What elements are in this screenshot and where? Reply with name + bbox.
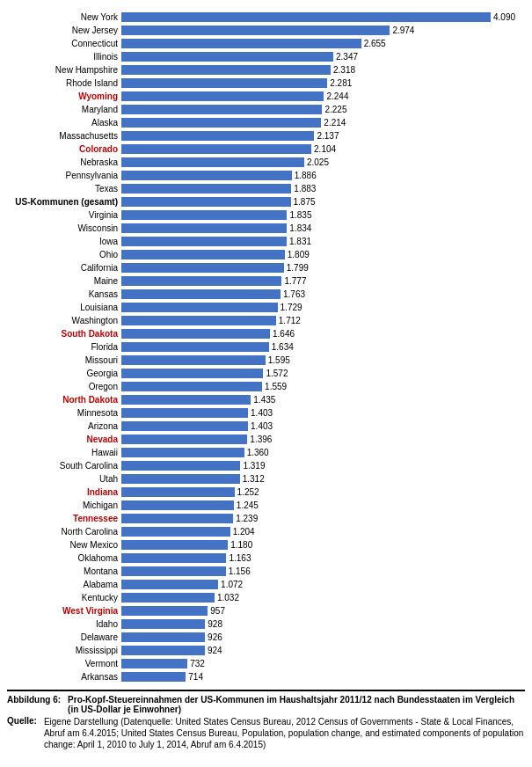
bar-row: Connecticut2.655: [7, 37, 525, 49]
bar-label: Massachusetts: [7, 131, 121, 141]
bar-fill: [121, 157, 304, 167]
bar-label: Montana: [7, 566, 121, 576]
bar-label: Wisconsin: [7, 223, 121, 233]
bar-value: 1.312: [243, 474, 265, 484]
bar-label: Arkansas: [7, 672, 121, 682]
bar-value: 1.809: [288, 250, 310, 259]
bar-value: 1.032: [217, 593, 239, 603]
bar-row: Nebraska2.025: [7, 156, 525, 168]
bar-value: 2.025: [307, 157, 329, 167]
bar-wrap: 1.834: [121, 223, 525, 233]
bar-value: 1.646: [273, 329, 295, 339]
bar-fill: [121, 619, 205, 629]
bar-value: 2.281: [330, 78, 352, 88]
bar-row: West Virginia957: [7, 604, 525, 617]
bar-fill: [121, 91, 324, 101]
bar-value: 2.244: [326, 91, 348, 101]
bar-wrap: 1.435: [121, 395, 525, 405]
bar-wrap: 2.974: [121, 26, 525, 35]
bar-fill: [121, 118, 321, 128]
bar-label: Alabama: [7, 580, 121, 589]
bar-wrap: 1.886: [121, 171, 525, 180]
bar-label: Mississippi: [7, 646, 121, 655]
bar-fill: [121, 263, 284, 273]
bar-value: 2.347: [336, 52, 358, 62]
bar-label: Colorado: [7, 144, 121, 154]
bar-fill: [121, 500, 234, 510]
bar-wrap: 1.799: [121, 263, 525, 273]
bar-label: Florida: [7, 342, 121, 352]
bar-wrap: 1.835: [121, 210, 525, 220]
bar-fill: [121, 131, 314, 141]
bar-fill: [121, 237, 287, 246]
bar-row: Mississippi924: [7, 644, 525, 656]
bar-value: 1.396: [250, 435, 272, 444]
bar-fill: [121, 606, 208, 616]
bar-wrap: 1.319: [121, 461, 525, 471]
bar-fill: [121, 448, 244, 457]
bar-fill: [121, 197, 291, 207]
bar-wrap: 1.360: [121, 448, 525, 457]
chart-title: Pro-Kopf-Steuereinnahmen der US-Kommunen…: [68, 695, 525, 714]
bar-wrap: 1.403: [121, 421, 525, 431]
bar-fill: [121, 527, 230, 537]
bar-fill: [121, 672, 186, 682]
bar-row: South Dakota1.646: [7, 327, 525, 340]
bar-fill: [121, 566, 226, 576]
bar-value: 1.156: [229, 566, 251, 576]
bar-fill: [121, 316, 276, 325]
bar-value: 1.435: [253, 395, 275, 405]
bar-fill: [121, 514, 233, 523]
bar-row: Louisiana1.729: [7, 301, 525, 313]
bar-label: Kansas: [7, 289, 121, 299]
bar-value: 1.204: [233, 527, 255, 537]
bar-wrap: 4.090: [121, 12, 525, 22]
bar-row: Vermont732: [7, 657, 525, 669]
bar-label: Vermont: [7, 659, 121, 668]
bar-value: 1.595: [268, 355, 290, 365]
bar-wrap: 1.634: [121, 342, 525, 352]
bar-fill: [121, 342, 269, 352]
bar-wrap: 1.252: [121, 487, 525, 497]
bar-fill: [121, 408, 248, 418]
bar-row: Minnesota1.403: [7, 406, 525, 419]
bar-value: 714: [188, 672, 203, 682]
bar-label: Indiana: [7, 487, 121, 497]
bar-row: Utah1.312: [7, 472, 525, 485]
bar-label: Delaware: [7, 632, 121, 642]
bar-row: Pennsylvania1.886: [7, 169, 525, 181]
bar-label: Iowa: [7, 237, 121, 246]
bar-row: Michigan1.245: [7, 499, 525, 511]
bar-value: 1.634: [272, 342, 294, 352]
bar-value: 1.163: [229, 553, 251, 563]
bar-wrap: 1.396: [121, 435, 525, 444]
bar-row: New Jersey2.974: [7, 24, 525, 36]
bar-row: New Hampshire2.318: [7, 63, 525, 76]
bar-row: Alabama1.072: [7, 578, 525, 590]
bar-label: Utah: [7, 474, 121, 484]
bar-fill: [121, 210, 287, 220]
bar-fill: [121, 12, 491, 22]
bar-fill: [121, 26, 390, 35]
bar-label: Missouri: [7, 355, 121, 365]
bar-value: 2.655: [364, 39, 386, 48]
bar-fill: [121, 659, 187, 668]
bar-wrap: 1.239: [121, 514, 525, 523]
bar-row: Georgia1.572: [7, 367, 525, 379]
bar-wrap: 1.646: [121, 329, 525, 339]
bar-row: Indiana1.252: [7, 486, 525, 498]
bar-fill: [121, 369, 263, 378]
bar-fill: [121, 461, 240, 471]
bar-row: Kentucky1.032: [7, 591, 525, 603]
bar-label: Nevada: [7, 435, 121, 444]
bar-fill: [121, 329, 270, 339]
bar-fill: [121, 276, 281, 286]
bar-fill: [121, 355, 266, 365]
bar-value: 1.729: [281, 303, 302, 312]
bar-value: 1.886: [295, 171, 317, 180]
bar-fill: [121, 171, 292, 180]
bar-fill: [121, 223, 287, 233]
bar-wrap: 924: [121, 646, 525, 655]
bar-label: Georgia: [7, 369, 121, 378]
bar-label: Illinois: [7, 52, 121, 62]
